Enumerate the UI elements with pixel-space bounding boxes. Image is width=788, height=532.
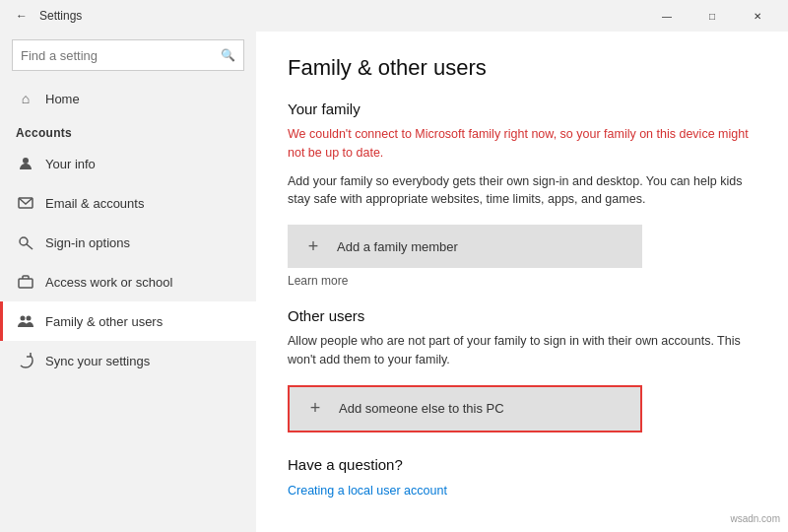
search-icon: 🔍 <box>221 48 235 62</box>
main-layout: 🔍 ⌂ Home Accounts Your info <box>0 32 788 532</box>
content-area: Family & other users Your family We coul… <box>256 32 788 532</box>
add-someone-label: Add someone else to this PC <box>339 401 504 416</box>
local-account-link[interactable]: Creating a local user account <box>288 484 447 498</box>
search-button[interactable]: 🔍 <box>221 48 235 62</box>
titlebar: ← Settings — □ ✕ <box>0 0 788 32</box>
page-title: Family & other users <box>288 55 756 81</box>
learn-more-link[interactable]: Learn more <box>288 274 756 288</box>
plus-icon-family: + <box>301 234 325 258</box>
sidebar-item-email-accounts[interactable]: Email & accounts <box>0 183 256 223</box>
svg-point-6 <box>27 316 32 321</box>
sync-icon <box>16 351 35 370</box>
sidebar-section-accounts: Accounts <box>0 118 256 144</box>
your-family-title: Your family <box>288 100 756 117</box>
back-icon: ← <box>16 9 28 23</box>
svg-point-2 <box>20 237 28 245</box>
person-icon <box>16 154 35 173</box>
have-question-title: Have a question? <box>288 456 756 473</box>
sidebar-label-email: Email & accounts <box>45 196 144 211</box>
titlebar-title: Settings <box>39 9 82 23</box>
home-icon: ⌂ <box>16 89 35 108</box>
briefcase-icon <box>16 272 35 292</box>
sidebar-label-family: Family & other users <box>45 314 163 329</box>
sidebar-label-your-info: Your info <box>45 157 96 171</box>
close-button[interactable]: ✕ <box>735 0 780 32</box>
minimize-icon: — <box>662 11 672 22</box>
search-box[interactable]: 🔍 <box>12 39 244 71</box>
sidebar-item-sync[interactable]: Sync your settings <box>0 341 256 380</box>
sidebar-label-home: Home <box>45 92 80 106</box>
sidebar-item-home[interactable]: ⌂ Home <box>0 79 256 118</box>
svg-point-5 <box>21 316 26 321</box>
minimize-button[interactable]: — <box>644 0 690 32</box>
sidebar-item-access-work[interactable]: Access work or school <box>0 262 256 301</box>
sidebar-label-access-work: Access work or school <box>45 275 172 290</box>
svg-rect-4 <box>19 279 33 288</box>
maximize-icon: □ <box>709 11 715 22</box>
maximize-button[interactable]: □ <box>690 0 735 32</box>
sidebar-item-family-other[interactable]: Family & other users <box>0 301 256 341</box>
svg-point-0 <box>23 158 29 164</box>
back-button[interactable]: ← <box>8 2 35 30</box>
search-input[interactable] <box>21 48 221 63</box>
sidebar-item-sign-in[interactable]: Sign-in options <box>0 223 256 262</box>
other-users-title: Other users <box>288 307 756 324</box>
other-users-desc: Allow people who are not part of your fa… <box>288 332 756 369</box>
sidebar-label-sync: Sync your settings <box>45 354 150 368</box>
family-error-text: We couldn't connect to Microsoft family … <box>288 125 756 163</box>
add-family-member-button[interactable]: + Add a family member <box>288 225 642 268</box>
sidebar-item-your-info[interactable]: Your info <box>0 144 256 183</box>
sidebar-label-sign-in: Sign-in options <box>45 235 130 250</box>
family-desc: Add your family so everybody gets their … <box>288 172 756 210</box>
titlebar-controls: — □ ✕ <box>644 0 780 32</box>
key-icon <box>16 233 35 252</box>
add-family-label: Add a family member <box>337 239 458 254</box>
plus-icon-other: + <box>303 397 327 421</box>
add-someone-button[interactable]: + Add someone else to this PC <box>288 385 642 432</box>
close-icon: ✕ <box>754 11 761 22</box>
email-icon <box>16 193 35 213</box>
sidebar: 🔍 ⌂ Home Accounts Your info <box>0 32 256 532</box>
group-icon <box>16 311 35 331</box>
svg-line-3 <box>27 244 33 249</box>
watermark: wsadn.com <box>730 513 780 524</box>
